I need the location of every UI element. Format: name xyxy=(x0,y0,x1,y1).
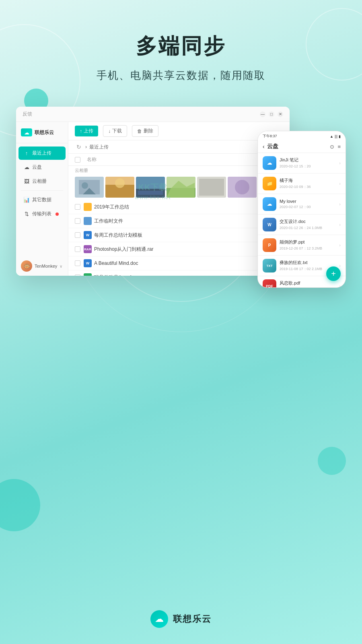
phone-file-icon-word: W xyxy=(263,218,276,231)
window-controls: — □ ✕ xyxy=(260,111,283,117)
menu-nav-icon[interactable]: ≡ xyxy=(337,144,341,150)
phone-file-icon-folder: 📁 xyxy=(263,177,276,190)
row-checkbox[interactable] xyxy=(75,260,80,266)
file-name: A Beautiful Mind.doc xyxy=(94,260,243,266)
sidebar-logo-text: 联想乐云 xyxy=(35,129,54,136)
select-all-checkbox[interactable] xyxy=(75,157,80,163)
download-button[interactable]: ↓ 下载 xyxy=(103,125,127,137)
photo-strip xyxy=(68,174,290,200)
search-nav-icon[interactable]: ⊙ xyxy=(330,144,334,150)
sub-title: 手机、电脑共享云数据，随用随取 xyxy=(0,68,362,83)
main-content: ↑ 上传 ↓ 下载 🗑 删除 ↻ › 最近上传 xyxy=(68,122,290,276)
svg-point-16 xyxy=(235,180,249,194)
phone-file-meta: 2019-12-26 07：12 3.2MB xyxy=(280,246,339,251)
footer-brand-text: 联想乐云 xyxy=(173,613,212,625)
photo-thumb-5 xyxy=(197,177,226,198)
phone-file-meta: 2019-10-02 23：42 1.6MB xyxy=(280,287,339,288)
phone-file-name: 风恋歌.pdf xyxy=(280,280,339,286)
mobile-phone: 下午8:37 ▲ ||| ▮ ‹ 云盘 ⊙ ≡ ☁ JinJi 笔记 2020-… xyxy=(257,131,346,288)
file-name: 2019年工作总结 xyxy=(94,204,243,211)
username-chevron: ∨ xyxy=(60,264,62,268)
phone-file-info: 橘子海 2020-02-10 09：36 xyxy=(280,178,339,190)
sidebar-divider xyxy=(21,190,63,191)
photos-icon: 🖼 xyxy=(23,178,30,185)
table-row[interactable]: ▶ 玩具总动员4.mp4 11.16 08:2 xyxy=(68,270,290,276)
phone-file-info: 风恋歌.pdf 2019-10-02 23：42 1.6MB xyxy=(280,280,339,288)
upload-button[interactable]: ↑ 上传 xyxy=(75,126,98,136)
file-name: 玩具总动员4.mp4 xyxy=(94,274,243,276)
deco-circle-8 xyxy=(318,447,346,475)
cloud-disk-icon: ☁ xyxy=(23,164,30,171)
table-header: 名称 上传时间 xyxy=(68,154,290,166)
sidebar-logo-icon: ☁ xyxy=(21,128,32,136)
breadcrumb-label: 最近上传 xyxy=(89,144,109,151)
avatar: 🐵 xyxy=(21,260,32,272)
sidebar-item-label-transfer: 传输列表 xyxy=(32,211,51,217)
header-section: 多端同步 手机、电脑共享云数据，随用随取 xyxy=(0,0,362,83)
other-data-icon: 📊 xyxy=(23,197,30,203)
row-checkbox[interactable] xyxy=(75,232,80,238)
table-row[interactable]: W 每周工作总结计划模板 11.16 15:2 xyxy=(68,228,290,242)
sidebar-item-other[interactable]: 📊 其它数据 xyxy=(19,193,66,206)
row-checkbox[interactable] xyxy=(75,218,80,224)
phone-file-icon-txt: TXT xyxy=(263,259,276,272)
phone-nav-title: 云盘 xyxy=(267,143,328,150)
window-close-button[interactable]: ✕ xyxy=(278,111,283,117)
refresh-button[interactable]: ↻ xyxy=(75,143,83,151)
footer: ☁ 联想乐云 xyxy=(0,610,362,628)
row-checkbox[interactable] xyxy=(75,246,80,252)
sidebar-item-photos[interactable]: 🖼 云相册 xyxy=(19,175,66,188)
sidebar-item-cloud[interactable]: ☁ 云盘 xyxy=(19,161,66,174)
phone-file-name: My lover xyxy=(280,199,339,204)
svg-point-2 xyxy=(82,182,88,189)
col-name-label: 名称 xyxy=(87,156,97,163)
chevron-right-icon: › xyxy=(339,284,341,288)
desktop-window: 反馈 — □ ✕ ☁ 联想乐云 ↑ 最近上传 xyxy=(16,107,290,276)
list-item[interactable]: W 交互设计.doc 2020-01-12 26：24 1.0MB › xyxy=(258,215,346,235)
delete-button[interactable]: 🗑 删除 xyxy=(132,125,158,137)
toolbar: ↑ 上传 ↓ 下载 🗑 删除 xyxy=(68,122,290,140)
list-item[interactable]: ☁ My lover 2020-02-07 12：00 › xyxy=(258,194,346,215)
phone-fab-button[interactable]: + xyxy=(326,266,341,281)
window-minimize-button[interactable]: — xyxy=(260,111,265,117)
window-maximize-button[interactable]: □ xyxy=(269,111,274,117)
cloud-icon: ☁ xyxy=(24,130,29,136)
window-feedback-label: 反馈 xyxy=(23,111,32,118)
sidebar: ☁ 联想乐云 ↑ 最近上传 ☁ 云盘 🖼 云相册 � xyxy=(16,122,68,276)
sidebar-item-recent[interactable]: ↑ 最近上传 xyxy=(19,147,66,160)
phone-file-meta: 2020-01-12 26：24 1.0MB xyxy=(280,225,339,231)
word-icon: W xyxy=(84,231,92,239)
table-row[interactable]: RAR Photoshop从入门到精通.rar 11.16 08:2 xyxy=(68,242,290,256)
footer-cloud-icon: ☁ xyxy=(155,614,164,624)
photo-thumb-1 xyxy=(75,177,104,198)
table-row[interactable]: W A Beautiful Mind.doc 11.16 08:2 xyxy=(68,256,290,270)
list-item[interactable]: P 颠倒的梦.ppt 2019-12-26 07：12 3.2MB › xyxy=(258,235,346,256)
breadcrumb-separator: › xyxy=(85,144,87,150)
phone-file-info: 颠倒的梦.ppt 2019-12-26 07：12 3.2MB xyxy=(280,239,339,251)
delete-icon: 🗑 xyxy=(137,128,142,134)
doc-icon: W xyxy=(84,259,92,267)
row-checkbox[interactable] xyxy=(75,275,80,276)
main-title: 多端同步 xyxy=(0,32,362,60)
phone-file-info: 交互设计.doc 2020-01-12 26：24 1.0MB xyxy=(280,219,339,231)
rar-icon: RAR xyxy=(84,245,92,253)
sidebar-item-transfer[interactable]: ⇅ 传输列表 xyxy=(19,207,66,221)
table-row[interactable]: 2019年工作总结 23小时前 xyxy=(68,200,290,214)
phone-file-meta: 2020-02-12 15：20 xyxy=(280,164,339,169)
phone-file-name: 橘子海 xyxy=(280,178,339,184)
chevron-right-icon: › xyxy=(339,181,341,186)
phone-file-name: 彝族的狂欢.txt xyxy=(280,260,339,266)
row-checkbox[interactable] xyxy=(75,204,80,210)
sidebar-footer: 🐵 TenMonkey ∨ xyxy=(16,256,68,276)
phone-file-name: 颠倒的梦.ppt xyxy=(280,239,339,245)
list-item[interactable]: 📁 橘子海 2020-02-10 09：36 › xyxy=(258,173,346,194)
phone-nav-icons: ⊙ ≡ xyxy=(330,144,341,150)
sidebar-item-label-cloud: 云盘 xyxy=(32,164,42,171)
table-row[interactable]: 工作临时文件 昨天16:28 xyxy=(68,214,290,228)
list-item[interactable]: ☁ JinJi 笔记 2020-02-12 15：20 › xyxy=(258,153,346,173)
sidebar-username: TenMonkey xyxy=(35,264,57,268)
phone-file-info: My lover 2020-02-07 12：00 xyxy=(280,199,339,210)
deco-circle-7 xyxy=(0,479,40,531)
phone-back-button[interactable]: ‹ xyxy=(263,143,265,150)
sidebar-item-label-photos: 云相册 xyxy=(32,178,47,185)
